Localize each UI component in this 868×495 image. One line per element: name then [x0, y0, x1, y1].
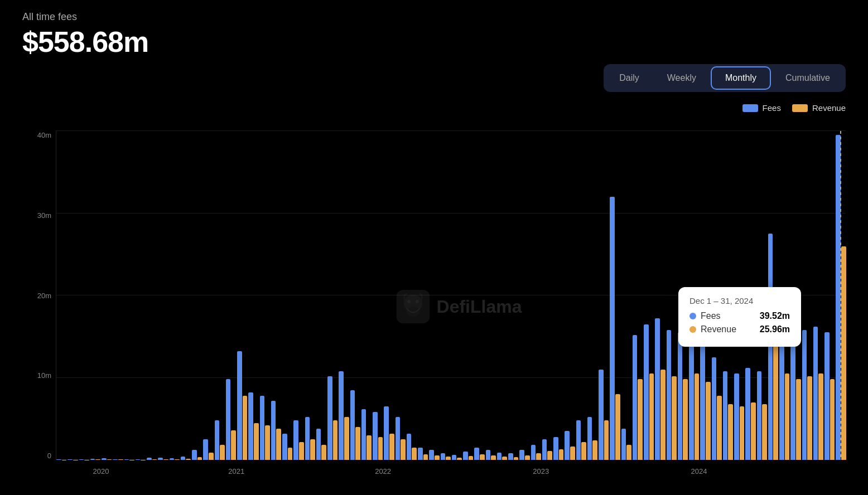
revenue-bar — [570, 447, 575, 460]
revenue-bar — [841, 246, 846, 460]
bar-group — [384, 131, 394, 460]
svg-point-4 — [407, 307, 420, 317]
revenue-bar — [378, 437, 383, 460]
fees-bar — [678, 332, 683, 460]
bar-group — [226, 131, 236, 460]
fees-bar — [474, 448, 479, 460]
revenue-bar — [615, 394, 620, 460]
fees-legend-item: Fees — [742, 103, 781, 113]
revenue-bar — [389, 434, 394, 460]
revenue-bar — [547, 451, 552, 460]
revenue-bar — [626, 445, 631, 460]
fees-bar — [576, 420, 581, 460]
fees-bar — [610, 197, 615, 460]
x-axis-label: 2020 — [93, 467, 109, 475]
revenue-bar — [796, 379, 801, 460]
daily-button[interactable]: Daily — [606, 66, 653, 90]
bar-group — [282, 131, 292, 460]
revenue-bar — [818, 373, 823, 460]
x-axis-label: 2022 — [375, 467, 391, 475]
y-label-20m: 20m — [37, 292, 51, 300]
fees-bar — [712, 357, 717, 460]
revenue-bar — [344, 417, 349, 460]
fees-bar — [802, 330, 807, 460]
fees-bar — [599, 370, 604, 460]
tooltip-fees-value: 39.52m — [760, 311, 790, 321]
revenue-bar — [604, 420, 609, 460]
fees-bar — [757, 371, 762, 460]
fees-bar — [260, 396, 265, 460]
bar-group — [667, 131, 677, 460]
revenue-bar — [254, 423, 259, 460]
revenue-bar — [276, 429, 281, 460]
weekly-button[interactable]: Weekly — [654, 66, 710, 90]
bar-group — [192, 131, 202, 460]
bar-group — [136, 131, 146, 460]
revenue-bar — [751, 402, 756, 460]
cumulative-button[interactable]: Cumulative — [772, 66, 843, 90]
revenue-bar — [728, 404, 733, 460]
tooltip-revenue-label: Revenue — [701, 324, 736, 334]
tooltip-revenue-dot — [689, 326, 696, 333]
revenue-bar — [717, 396, 722, 460]
revenue-bar — [762, 404, 767, 460]
revenue-legend-label: Revenue — [812, 103, 846, 113]
revenue-bar — [412, 448, 417, 460]
fees-bar — [553, 437, 558, 460]
x-axis-label: 2023 — [533, 467, 549, 475]
bar-group — [305, 131, 315, 460]
bar-group — [237, 131, 247, 460]
fees-bar — [203, 439, 208, 460]
fees-bar — [542, 439, 547, 460]
fees-bar — [734, 373, 739, 460]
fees-bar — [373, 412, 378, 460]
revenue-bar — [401, 439, 406, 460]
fees-bar — [192, 450, 197, 460]
fees-bar — [824, 332, 830, 460]
revenue-bar — [480, 454, 485, 460]
revenue-bar — [288, 448, 293, 460]
x-axis-label: 2021 — [228, 467, 244, 475]
bar-group — [124, 131, 134, 460]
bar-group — [56, 131, 66, 460]
bar-group — [316, 131, 326, 460]
revenue-bar — [660, 370, 666, 460]
fees-bar — [644, 324, 649, 460]
fees-bar — [452, 455, 457, 460]
revenue-bar — [830, 379, 835, 460]
revenue-bar — [536, 453, 541, 460]
revenue-bar — [785, 373, 790, 460]
revenue-bar — [220, 445, 225, 460]
chart-legend: Fees Revenue — [742, 103, 846, 113]
fees-bar — [429, 450, 434, 460]
fees-bar — [441, 453, 446, 460]
fees-bar — [667, 330, 672, 460]
bar-group — [802, 131, 812, 460]
fees-bar — [384, 406, 389, 460]
revenue-bar — [231, 430, 236, 460]
tooltip-date: Dec 1 – 31, 2024 — [689, 296, 790, 305]
bar-group — [621, 131, 631, 460]
bar-group — [271, 131, 281, 460]
revenue-bar — [525, 455, 530, 460]
fees-bar — [226, 379, 231, 460]
bar-group — [67, 131, 78, 460]
revenue-legend-color — [792, 104, 808, 112]
fees-bar — [282, 434, 287, 460]
monthly-button[interactable]: Monthly — [711, 66, 771, 90]
revenue-bar — [310, 439, 315, 460]
fees-bar — [587, 417, 592, 460]
revenue-bar — [683, 379, 688, 460]
y-label-10m: 10m — [37, 371, 51, 380]
bar-group — [147, 131, 157, 460]
bar-group — [373, 131, 383, 460]
fees-bar — [779, 328, 784, 460]
bar-group — [327, 131, 337, 460]
bar-group — [90, 131, 100, 460]
revenue-bar — [243, 396, 248, 460]
tooltip-revenue-row: Revenue 25.96m — [689, 324, 790, 334]
bar-group — [260, 131, 270, 460]
bar-group — [542, 131, 552, 460]
bar-group — [79, 131, 89, 460]
bar-group — [215, 131, 225, 460]
